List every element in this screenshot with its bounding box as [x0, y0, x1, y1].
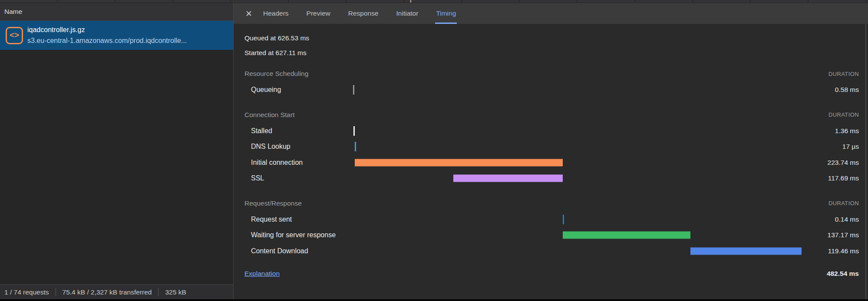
timing-row-track — [353, 245, 802, 257]
timing-row-label: Waiting for server response — [244, 231, 353, 240]
timing-row-label: SSL — [244, 174, 353, 183]
timing-footer: Explanation 482.54 ms — [244, 270, 859, 278]
timing-section-header: Request/ResponseDURATION — [244, 198, 859, 209]
timing-bar-content-download — [690, 247, 802, 255]
tab-timing[interactable]: Timing — [435, 3, 457, 24]
timing-row-label: DNS Lookup — [244, 142, 353, 151]
timing-row-value: 137.17 ms — [802, 231, 859, 239]
timing-row: SSL117.69 ms — [244, 170, 859, 186]
name-column-label: Name — [4, 8, 22, 16]
timing-row-track — [353, 125, 802, 137]
close-icon[interactable]: ✕ — [240, 3, 258, 24]
timing-section: Request/ResponseDURATIONRequest sent0.14… — [244, 198, 859, 259]
tabs-container: HeadersPreviewResponseInitiatorTiming — [262, 3, 457, 24]
total-duration-value: 482.54 ms — [827, 270, 859, 278]
name-column-header[interactable]: Name — [0, 3, 233, 21]
timing-row-value: 117.69 ms — [802, 174, 859, 182]
timing-bar-initial-connection — [355, 159, 563, 166]
timing-row-label: Queueing — [244, 85, 353, 95]
timing-row-value: 223.74 ms — [802, 159, 859, 167]
status-item: 1 / 74 requests — [4, 288, 49, 296]
devtools-network-panel: Name <> iqadcontroller.js.gz s3.eu-centr… — [0, 0, 868, 301]
tab-headers[interactable]: Headers — [262, 3, 290, 24]
duration-column-header: DURATION — [828, 200, 859, 206]
timing-row: Initial connection223.74 ms — [244, 155, 859, 171]
tab-response[interactable]: Response — [347, 3, 380, 24]
request-details-pane: ✕ HeadersPreviewResponseInitiatorTiming … — [233, 3, 868, 299]
window-bottom-edge — [0, 299, 868, 301]
timing-tab-content: Queued at 626.53 ms Started at 627.11 ms… — [234, 24, 868, 278]
timing-row-label: Stalled — [244, 127, 353, 136]
duration-column-header: DURATION — [828, 111, 859, 118]
timing-section-header: Resource SchedulingDURATION — [244, 69, 859, 79]
timing-section-title: Request/Response — [244, 200, 302, 207]
timing-row-track — [353, 141, 802, 152]
timing-row: Stalled1.36 ms — [244, 123, 859, 139]
explanation-link[interactable]: Explanation — [244, 270, 280, 278]
timing-row-track — [353, 214, 802, 225]
timing-row: Request sent0.14 ms — [244, 212, 859, 228]
scrollbar[interactable] — [865, 24, 866, 299]
timing-bar-dns-lookup — [355, 142, 356, 151]
timing-row-value: 1.36 ms — [802, 127, 859, 135]
timing-row-label: Content Download — [244, 247, 353, 256]
timing-row-label: Request sent — [244, 215, 353, 224]
started-at-line: Started at 627.11 ms — [244, 49, 859, 57]
requests-list-panel: Name <> iqadcontroller.js.gz s3.eu-centr… — [0, 3, 233, 299]
timing-bar-waiting-for-server-response — [563, 232, 690, 239]
timing-sections: Resource SchedulingDURATIONQueueing0.58 … — [244, 69, 859, 259]
timing-row-track — [353, 157, 802, 168]
timing-row: Content Download119.46 ms — [244, 243, 859, 259]
request-row-selected[interactable]: <> iqadcontroller.js.gz s3.eu-central-1.… — [0, 21, 233, 50]
timing-row-track — [353, 229, 802, 241]
timing-section: Resource SchedulingDURATIONQueueing0.58 … — [244, 69, 859, 98]
network-overview-strip[interactable] — [0, 0, 868, 3]
overview-event-marker — [410, 0, 411, 3]
timing-row-value: 0.58 ms — [802, 86, 859, 94]
timing-row-value: 0.14 ms — [802, 216, 859, 223]
request-name: iqadcontroller.js.gz — [27, 25, 230, 36]
network-summary-bar: 1 / 74 requests75.4 kB / 2,327 kB transf… — [0, 285, 233, 299]
status-divider — [56, 288, 56, 296]
timing-row-label: Initial connection — [244, 158, 353, 167]
status-item: 325 kB — [165, 288, 186, 296]
script-file-icon: <> — [6, 27, 23, 44]
request-url: s3.eu-central-1.amazonaws.com/prod.iqdco… — [27, 36, 230, 46]
timing-bar-request-sent — [563, 215, 564, 224]
timing-section: Connection StartDURATIONStalled1.36 msDN… — [244, 110, 859, 186]
timing-section-header: Connection StartDURATION — [244, 110, 859, 120]
timing-row: Waiting for server response137.17 ms — [244, 227, 859, 243]
timing-row-value: 17 µs — [802, 143, 859, 150]
timing-row: DNS Lookup17 µs — [244, 139, 859, 155]
timing-bar-ssl — [453, 175, 563, 182]
tab-initiator[interactable]: Initiator — [396, 3, 419, 24]
tab-bar: ✕ HeadersPreviewResponseInitiatorTiming — [234, 3, 868, 24]
timing-row: Queueing0.58 ms — [244, 82, 859, 98]
timing-section-title: Resource Scheduling — [244, 70, 308, 78]
duration-column-header: DURATION — [828, 71, 859, 77]
queued-at-line: Queued at 626.53 ms — [244, 34, 859, 43]
request-text: iqadcontroller.js.gz s3.eu-central-1.ama… — [27, 25, 230, 46]
status-divider — [158, 288, 158, 296]
status-item: 75.4 kB / 2,327 kB transferred — [63, 288, 152, 296]
timing-row-track — [353, 84, 802, 95]
timing-row-value: 119.46 ms — [802, 247, 859, 255]
tab-preview[interactable]: Preview — [306, 3, 331, 24]
timing-bar-queueing — [353, 85, 354, 95]
timing-section-title: Connection Start — [244, 111, 294, 119]
timing-row-track — [353, 173, 802, 184]
timing-bar-stalled — [353, 126, 355, 136]
